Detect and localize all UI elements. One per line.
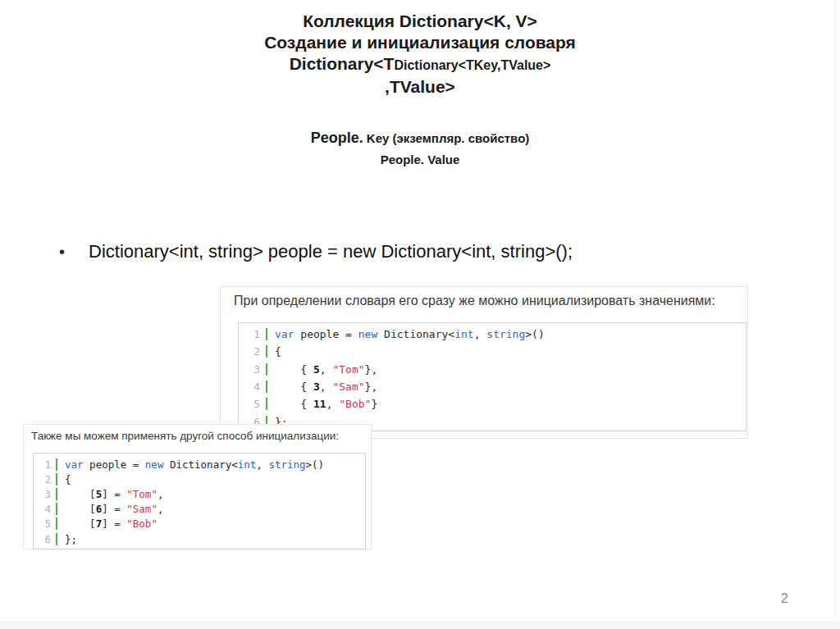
title-line-5-large: People. [311, 130, 363, 146]
code-line: 2{ [239, 343, 746, 360]
code-text: { 5, "Tom"}, [267, 363, 377, 376]
title-line-5: People. Key (экземпляр. свойство) [0, 127, 840, 149]
line-number: 3 [34, 488, 57, 500]
line-number: 1 [34, 458, 57, 471]
page-number: 2 [781, 591, 788, 606]
code-editor: 1var people = new Dictionary<int, string… [33, 453, 366, 549]
code-line: 6}; [34, 531, 365, 546]
code-screenshot-index-initializer: Также мы можем применять другой способ и… [23, 424, 372, 549]
line-number: 6 [34, 533, 57, 545]
line-number: 4 [239, 381, 267, 393]
line-number: 2 [239, 345, 267, 358]
title-line-3: Dictionary<TDictionary<TKey,TValue> [0, 53, 840, 76]
code-line: 5 { 11, "Bob"} [239, 395, 746, 412]
code-screenshot-collection-initializer: При определении словаря его сразу же мож… [220, 286, 748, 439]
title-line-3-large: Dictionary<T [290, 54, 395, 73]
code-line: 1var people = new Dictionary<int, string… [34, 457, 365, 472]
code-text: { 11, "Bob"} [267, 398, 377, 410]
code-line: 5 [7] = "Bob" [34, 517, 365, 531]
line-number: 3 [239, 363, 267, 376]
code-text: [5] = "Tom", [57, 488, 163, 500]
title-line-3-small: Dictionary<TKey,TValue> [394, 58, 550, 72]
right-edge-divider [835, 0, 836, 629]
title-line-2: Создание и инициализация словаря [0, 32, 840, 53]
code-caption: При определении словаря его сразу же мож… [221, 287, 747, 308]
bullet-marker: • [59, 243, 89, 262]
code-text: { [57, 473, 71, 485]
slide-page: { "theme": { "background": "#ffffff", "k… [0, 0, 840, 629]
title-line-1: Коллекция Dictionary<K, V> [0, 11, 840, 32]
title-line-6: People. Value [0, 149, 840, 171]
title-spacer [0, 98, 840, 127]
code-line: 3 [5] = "Tom", [34, 486, 365, 501]
code-text: [6] = "Sam", [57, 503, 163, 515]
code-text: { 3, "Sam"}, [267, 381, 377, 393]
title-line-4: ,TValue> [0, 76, 840, 98]
code-text: var people = new Dictionary<int, string>… [57, 458, 324, 471]
bullet-text: Dictionary<int, string> people = new Dic… [89, 241, 573, 262]
line-number: 2 [34, 473, 57, 485]
code-line: 2{ [34, 472, 365, 486]
line-number: 5 [34, 517, 57, 530]
slide-title-block: Коллекция Dictionary<K, V> Создание и ин… [0, 11, 840, 171]
code-line: 3 { 5, "Tom"}, [239, 361, 746, 378]
code-line: 1var people = new Dictionary<int, string… [239, 326, 746, 343]
line-number: 5 [239, 398, 267, 410]
code-text: { [267, 345, 281, 358]
code-line: 4 { 3, "Sam"}, [239, 378, 746, 395]
code-text: [7] = "Bob" [57, 517, 158, 530]
line-number: 1 [239, 328, 267, 340]
code-editor: 1var people = new Dictionary<int, string… [238, 322, 746, 431]
code-line: 4 [6] = "Sam", [34, 502, 365, 517]
code-text: var people = new Dictionary<int, string>… [267, 328, 545, 340]
bullet-item: •Dictionary<int, string> people = new Di… [59, 241, 573, 262]
footer-band [0, 622, 840, 629]
line-number: 4 [34, 503, 57, 515]
code-caption: Также мы можем применять другой способ и… [24, 425, 371, 442]
title-line-5-small: Key (экземпляр. свойство) [363, 131, 530, 145]
code-text: }; [57, 533, 77, 545]
